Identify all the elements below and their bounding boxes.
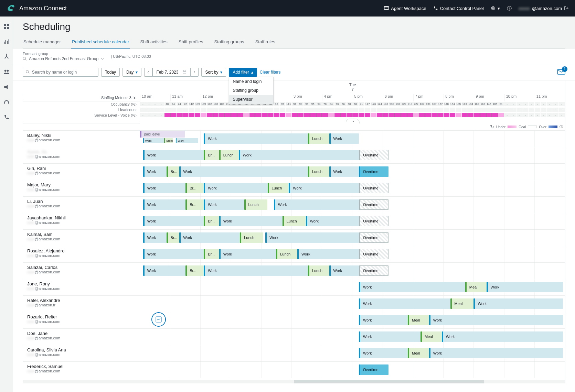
- schedule-block-work[interactable]: Work: [179, 166, 308, 177]
- agent-name[interactable]: Li, Juan: [27, 199, 136, 204]
- schedule-block-work[interactable]: Work: [265, 232, 359, 243]
- view-dropdown[interactable]: Day ▾: [123, 68, 141, 77]
- schedule-block-break[interactable]: Br...: [167, 232, 179, 243]
- prev-date-button[interactable]: [144, 68, 152, 77]
- schedule-block-work[interactable]: Work: [204, 183, 267, 193]
- horizontal-scrollbar[interactable]: [23, 380, 565, 383]
- fab-chart-button[interactable]: [151, 312, 166, 327]
- tab-published[interactable]: Published schedule calendar: [71, 36, 130, 48]
- next-date-button[interactable]: [190, 68, 199, 77]
- tab-manager[interactable]: Schedule manager: [23, 36, 62, 48]
- schedule-block-work[interactable]: Work: [329, 265, 359, 276]
- schedule-block-overtime[interactable]: Overtime: [359, 166, 388, 177]
- schedule-block-work[interactable]: Work: [179, 232, 240, 243]
- schedule-block-work[interactable]: Work: [329, 166, 359, 177]
- schedule-block-work[interactable]: Work: [429, 315, 563, 325]
- schedule-block-break[interactable]: Break: [164, 138, 173, 143]
- schedule-block-work[interactable]: Work: [143, 138, 164, 143]
- tab-profiles[interactable]: Shift profiles: [178, 36, 204, 48]
- agent-name[interactable]: Jone, Rony: [27, 281, 136, 286]
- tab-rules[interactable]: Staff rules: [255, 36, 276, 48]
- schedule-block-work[interactable]: Work: [219, 249, 276, 259]
- routing-icon[interactable]: [3, 54, 10, 60]
- schedule-block-lunch[interactable]: Meal: [450, 298, 474, 309]
- staffing-metrics-toggle[interactable]: Staffing Metrics: 3: [23, 94, 140, 101]
- schedule-block-work[interactable]: Work: [143, 166, 167, 177]
- schedule-block-work[interactable]: Work: [329, 133, 359, 144]
- schedule-block-work[interactable]: Work: [442, 331, 563, 342]
- agent-workspace-link[interactable]: Agent Workspace: [384, 6, 426, 11]
- announce-icon[interactable]: [3, 84, 10, 90]
- expand-metrics-button[interactable]: [346, 119, 360, 123]
- schedule-block-work[interactable]: Work: [359, 282, 465, 292]
- add-filter-button[interactable]: Add filter ▴: [229, 68, 257, 77]
- schedule-block-break[interactable]: Br...: [167, 166, 179, 177]
- filter-option[interactable]: Staffing group: [229, 86, 273, 95]
- sort-by-dropdown[interactable]: Sort by ▾: [201, 68, 226, 77]
- schedule-block-work[interactable]: Work: [359, 315, 408, 325]
- schedule-block-break[interactable]: Br...: [185, 265, 204, 276]
- schedule-block-leave[interactable]: paid leave: [140, 131, 185, 138]
- schedule-block-overtime[interactable]: Overtime: [359, 265, 388, 276]
- agent-name[interactable]: Rosalez, Alejandro: [27, 248, 136, 253]
- forecast-group-select[interactable]: Amazon Refunds 2nd Forecast Group: [23, 56, 104, 61]
- agent-name[interactable]: Jayashankar, Nikhil: [27, 215, 136, 220]
- schedule-block-work[interactable]: Work: [143, 216, 204, 226]
- today-button[interactable]: Today: [101, 68, 120, 77]
- schedule-block-work[interactable]: Work: [429, 348, 563, 358]
- schedule-block-lunch[interactable]: Meal: [408, 348, 429, 358]
- schedule-block-lunch[interactable]: Lunch: [244, 199, 268, 210]
- schedule-block-lunch[interactable]: Lunch: [283, 216, 306, 226]
- clear-filters-link[interactable]: Clear filters: [260, 70, 281, 75]
- schedule-block-work[interactable]: Work: [359, 298, 450, 309]
- agent-name[interactable]: Salazar, Carlos: [27, 265, 136, 270]
- schedule-block-overtime[interactable]: Overtime: [359, 364, 388, 375]
- schedule-block-lunch[interactable]: Lunch: [268, 183, 289, 193]
- filter-option[interactable]: Supervisor: [229, 95, 273, 104]
- headset-icon[interactable]: [3, 99, 10, 105]
- schedule-block-lunch[interactable]: Lunch: [308, 265, 329, 276]
- schedule-block-lunch[interactable]: Meal: [408, 315, 429, 325]
- analytics-icon[interactable]: [3, 39, 10, 45]
- schedule-block-break[interactable]: Br...: [185, 199, 204, 210]
- schedule-block-overtime[interactable]: Overtime: [359, 216, 388, 226]
- schedule-block-work[interactable]: Work: [306, 216, 359, 226]
- schedule-block-work[interactable]: Work: [274, 199, 359, 210]
- agent-name[interactable]: Xxxxx, Xx: [27, 149, 136, 154]
- agent-name[interactable]: Doe, Jane: [27, 331, 136, 336]
- tab-activities[interactable]: Shift activities: [139, 36, 168, 48]
- schedule-block-work[interactable]: Work: [143, 249, 204, 259]
- dashboard-icon[interactable]: [3, 23, 10, 30]
- schedule-block-work[interactable]: Work: [143, 265, 186, 276]
- schedule-block-lunch[interactable]: Lunch: [308, 133, 329, 144]
- schedule-block-work[interactable]: Work: [219, 216, 283, 226]
- schedule-block-work[interactable]: Work: [359, 331, 420, 342]
- schedule-block-overtime[interactable]: Overtime: [359, 150, 388, 160]
- schedule-block-break[interactable]: Br...: [204, 150, 219, 160]
- date-picker[interactable]: Feb 7, 2023: [152, 68, 190, 77]
- schedule-block-break[interactable]: Br...: [204, 249, 219, 259]
- agent-name[interactable]: Giri, Rani: [27, 166, 136, 171]
- search-input[interactable]: Search by name or login: [23, 68, 98, 77]
- help-button[interactable]: ?: [507, 6, 512, 11]
- schedule-block-break[interactable]: Br...: [204, 216, 219, 226]
- tab-groups[interactable]: Staffing groups: [213, 36, 245, 48]
- schedule-block-work[interactable]: Work: [143, 232, 167, 243]
- schedule-block-work[interactable]: Work: [143, 199, 186, 210]
- schedule-block-work[interactable]: Work: [204, 199, 244, 210]
- schedule-block-work[interactable]: Work: [204, 133, 308, 144]
- agent-name[interactable]: Kaimal, Sam: [27, 232, 136, 237]
- schedule-block-lunch[interactable]: Meal: [420, 331, 442, 342]
- schedule-block-overtime[interactable]: Overtime: [359, 232, 388, 243]
- schedule-block-overtime[interactable]: Overtime: [359, 199, 388, 210]
- call-icon[interactable]: [3, 114, 10, 120]
- schedule-block-lunch[interactable]: Meal: [465, 282, 487, 292]
- agent-name[interactable]: Carolina, Silvia Ana: [27, 347, 136, 352]
- schedule-block-work[interactable]: Work: [143, 183, 186, 193]
- refresh-icon[interactable]: ↻: [490, 124, 494, 130]
- schedule-block-work[interactable]: Work: [176, 138, 198, 143]
- schedule-block-lunch[interactable]: Lunch: [276, 249, 297, 259]
- info-icon[interactable]: ⓘ: [560, 124, 563, 129]
- agent-name[interactable]: Major, Mary: [27, 182, 136, 187]
- schedule-block-lunch[interactable]: Lunch: [240, 232, 263, 243]
